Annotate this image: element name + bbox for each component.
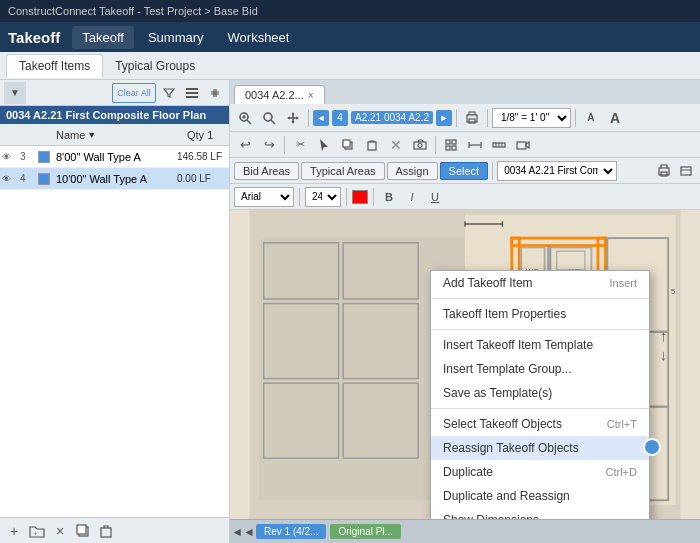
zoom-in-button[interactable] (258, 107, 280, 129)
scale-selector[interactable]: 1/8" = 1' 0" (492, 108, 571, 128)
italic-button[interactable]: I (402, 187, 422, 207)
sub-nav: Takeoff Items Typical Groups (0, 52, 700, 80)
viewer-toolbar-text: Arial 24 B I U (230, 184, 700, 210)
ctx-save-template[interactable]: Save as Template(s) (431, 381, 649, 405)
viewer-toolbar-2: ↩ ↪ ✂ ✕ (230, 132, 700, 158)
svg-line-12 (271, 120, 275, 124)
menu-summary[interactable]: Summary (138, 26, 214, 49)
svg-rect-21 (368, 142, 376, 150)
ctx-insert-template[interactable]: Insert Takeoff Item Template (431, 333, 649, 357)
assign-button[interactable]: Assign (387, 162, 438, 180)
separator5 (284, 136, 285, 154)
zoom-tool-button[interactable] (234, 107, 256, 129)
bid-areas-button[interactable]: Bid Areas (234, 162, 299, 180)
grid-icon[interactable] (440, 134, 462, 156)
left-panel-bottom-toolbar: + + × (0, 517, 229, 543)
filter-icon[interactable] (159, 83, 179, 103)
app-breadcrumb: ConstructConnect Takeoff - Test Project … (8, 5, 258, 17)
row-qty: 146.58 LF (177, 151, 227, 162)
ctx-sep-1 (431, 298, 649, 299)
menu-takeoff[interactable]: Takeoff (72, 26, 134, 49)
scissors-icon[interactable]: ✂ (289, 134, 311, 156)
undo-button[interactable]: ↩ (234, 134, 256, 156)
viewer-tab[interactable]: 0034 A2.2... × (234, 85, 325, 104)
select-button[interactable]: Select (440, 162, 489, 180)
ctx-takeoff-properties[interactable]: Takeoff Item Properties (431, 302, 649, 326)
tab-close-icon[interactable]: × (308, 90, 314, 101)
print2-icon[interactable] (654, 161, 674, 181)
font-selector[interactable]: Arial (234, 187, 294, 207)
main-layout: ▼ Clear All 0034 A2.21 First Composite F… (0, 80, 700, 543)
expand-icon[interactable] (205, 83, 225, 103)
table-row-selected[interactable]: 👁 4 10'00" Wall Type A 0.00 LF (0, 168, 229, 190)
orig-tab[interactable]: Original Pl... (330, 524, 400, 539)
underline-button[interactable]: U (425, 187, 445, 207)
ctx-select-objects[interactable]: Select Takeoff Objects Ctrl+T (431, 412, 649, 436)
color-box-blue (38, 151, 50, 163)
ctx-show-dimensions[interactable]: Show Dimensions (431, 508, 649, 519)
separator4 (575, 109, 576, 127)
measure-icon[interactable] (464, 134, 486, 156)
row-color-swatch (38, 151, 56, 163)
ctx-duplicate[interactable]: Duplicate Ctrl+D (431, 460, 649, 484)
font-size-small[interactable]: A (580, 107, 602, 129)
font-size-large[interactable]: A (604, 107, 626, 129)
redo-button[interactable]: ↪ (258, 134, 280, 156)
bold-button[interactable]: B (379, 187, 399, 207)
col-name[interactable]: Name ▼ (56, 129, 187, 141)
svg-text:↓: ↓ (660, 346, 667, 363)
ctx-reassign-objects[interactable]: Reassign Takeoff Objects (431, 436, 649, 460)
copy2-icon[interactable] (337, 134, 359, 156)
font-size-selector[interactable]: 24 (305, 187, 341, 207)
list-view-icon[interactable] (182, 83, 202, 103)
nav-indicator-badge: 4 (332, 110, 348, 126)
clear-all-button[interactable]: Clear All (112, 83, 156, 103)
color-swatch-red[interactable] (352, 190, 368, 204)
nav-label: A2.21 0034 A2.2 (351, 111, 433, 124)
rev-tab[interactable]: Rev 1 (4/2... (256, 524, 326, 539)
breadcrumb-selector[interactable]: 0034 A2.21 First Composite... (497, 161, 617, 181)
settings-icon[interactable] (676, 161, 696, 181)
camera-icon[interactable] (409, 134, 431, 156)
row2-color-swatch (38, 173, 56, 185)
pan-button[interactable] (282, 107, 304, 129)
collapse-button[interactable]: ▼ (4, 82, 26, 104)
svg-rect-26 (446, 146, 450, 150)
print-button[interactable] (461, 107, 483, 129)
video-icon[interactable] (512, 134, 534, 156)
canvas-area: 13' 4.61" 2.8.1 13' 0.03" WG WF WE WD.4 … (230, 210, 700, 519)
svg-rect-2 (186, 96, 198, 98)
svg-rect-5 (77, 525, 86, 534)
tab-takeoff-items[interactable]: Takeoff Items (6, 54, 103, 78)
table-row[interactable]: 👁 3 8'00" Wall Type A 146.58 LF (0, 146, 229, 168)
nav-prev-button[interactable]: ◄ (313, 110, 329, 126)
nav-first-button[interactable]: ◄◄ (234, 523, 252, 541)
menu-worksheet[interactable]: Worksheet (218, 26, 300, 49)
chevron-down-icon: ▼ (10, 87, 20, 98)
tab-typical-groups[interactable]: Typical Groups (103, 55, 207, 77)
svg-rect-27 (452, 146, 456, 150)
typical-areas-button[interactable]: Typical Areas (301, 162, 384, 180)
paste-button[interactable] (96, 522, 116, 540)
tab-bar: 0034 A2.2... × (230, 80, 700, 104)
svg-rect-38 (681, 167, 691, 175)
delete-item-button[interactable]: × (50, 522, 70, 540)
ctx-insert-template-group[interactable]: Insert Template Group... (431, 357, 649, 381)
ruler-icon[interactable] (488, 134, 510, 156)
cross-icon[interactable]: ✕ (385, 134, 407, 156)
cursor-icon[interactable] (313, 134, 335, 156)
svg-marker-13 (292, 112, 295, 115)
table-header: Name ▼ Qty 1 (0, 124, 229, 146)
paste2-icon[interactable] (361, 134, 383, 156)
ctx-duplicate-reassign[interactable]: Duplicate and Reassign (431, 484, 649, 508)
svg-rect-25 (452, 140, 456, 144)
add-folder-button[interactable]: + (27, 522, 47, 540)
tab-label: 0034 A2.2... (245, 89, 304, 101)
nav-next-button[interactable]: ► (436, 110, 452, 126)
separator6 (435, 136, 436, 154)
svg-rect-6 (101, 528, 111, 537)
copy-button[interactable] (73, 522, 93, 540)
ctx-add-takeoff-item[interactable]: Add Takeoff Item Insert (431, 271, 649, 295)
add-item-button[interactable]: + (4, 522, 24, 540)
viewer-toolbar-area: Bid Areas Typical Areas Assign Select 00… (230, 158, 700, 184)
